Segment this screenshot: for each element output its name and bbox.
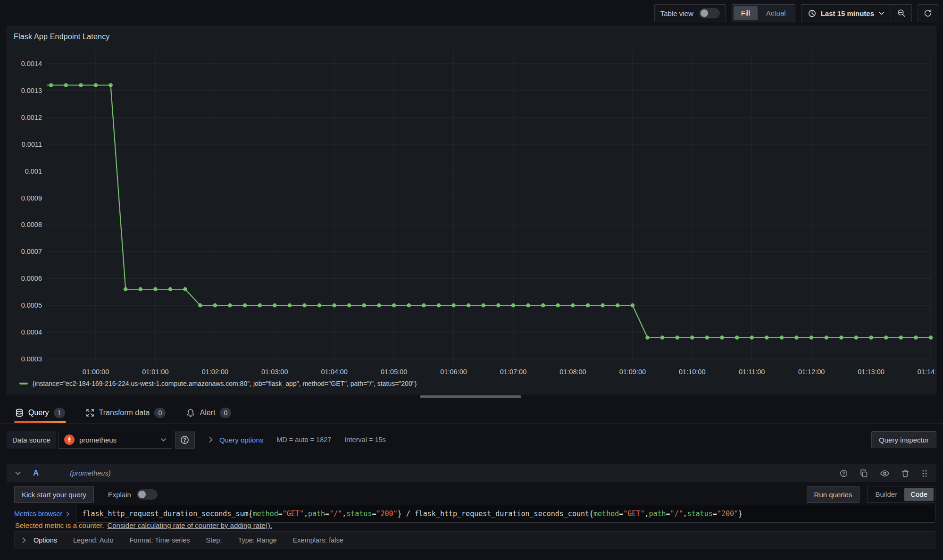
chevron-down-icon: [879, 12, 884, 15]
duplicate-query-button[interactable]: [860, 469, 868, 477]
tab-transform-data[interactable]: Transform data 0: [85, 403, 167, 423]
eye-icon: [880, 470, 889, 477]
fill-actual-switch: Fill Actual: [732, 4, 795, 22]
disable-query-button[interactable]: [880, 470, 889, 477]
warning-rate-link[interactable]: Consider calculating rate of counter by …: [107, 521, 272, 529]
chevron-right-icon: [209, 437, 213, 443]
explain-toggle[interactable]: [137, 489, 158, 500]
interval-value: Interval = 15s: [344, 436, 385, 443]
svg-text:01:03:00: 01:03:00: [261, 368, 288, 376]
svg-text:01:04:00: 01:04:00: [321, 368, 347, 376]
svg-text:01:14:00: 01:14:00: [918, 368, 935, 376]
options-toggle[interactable]: Options: [22, 536, 57, 544]
tab-alert[interactable]: Alert 0: [185, 403, 232, 423]
options-label: Options: [33, 536, 57, 544]
database-icon: [15, 409, 24, 417]
legend-item[interactable]: {instance="ec2-184-169-216-224.us-west-1…: [19, 380, 417, 387]
magnifier-minus-icon: [897, 9, 906, 17]
tab-label: Alert: [200, 409, 215, 417]
latency-chart[interactable]: 0.00030.00040.00050.00060.00070.00080.00…: [16, 49, 935, 379]
svg-text:01:02:00: 01:02:00: [202, 368, 228, 376]
svg-text:01:08:00: 01:08:00: [559, 368, 586, 376]
svg-text:0.0006: 0.0006: [21, 275, 42, 282]
svg-text:01:01:00: 01:01:00: [142, 368, 168, 376]
trash-icon: [901, 469, 909, 477]
tab-query[interactable]: Query 1: [14, 403, 66, 423]
query-options-toggle[interactable]: Query options: [209, 436, 263, 444]
svg-text:0.0004: 0.0004: [21, 328, 42, 336]
chevron-right-icon: [66, 511, 69, 517]
copy-icon: [860, 469, 868, 477]
chevron-right-icon: [22, 537, 26, 543]
query-ref-id[interactable]: A: [33, 468, 39, 478]
svg-text:01:13:00: 01:13:00: [858, 368, 884, 376]
datasource-row: Data source prometheus Query options MD …: [7, 430, 936, 449]
query-collapse-chevron[interactable]: [15, 471, 21, 475]
tab-label: Query: [28, 409, 49, 417]
query-options-label: Query options: [219, 436, 263, 444]
svg-text:01:00:00: 01:00:00: [83, 368, 109, 376]
help-circle-icon: [180, 435, 189, 444]
warning-text: Selected metric is a counter.: [15, 521, 104, 529]
svg-text:0.001: 0.001: [25, 167, 42, 175]
scrollbar-handle[interactable]: [420, 395, 521, 398]
query-datasource-hint: (prometheus): [70, 469, 110, 477]
toggle-knob: [138, 491, 146, 498]
tab-count-badge: 0: [154, 408, 166, 418]
svg-text:01:06:00: 01:06:00: [440, 368, 467, 376]
svg-text:01:07:00: 01:07:00: [500, 368, 526, 376]
toggle-knob: [701, 9, 708, 17]
panel-toolbar: Table view Fill Actual Last 15 minutes: [654, 4, 938, 23]
chevron-down-icon: [161, 438, 166, 442]
fill-button[interactable]: Fill: [734, 6, 758, 20]
refresh-icon: [924, 9, 932, 17]
query-toolbar-row: Kick start your query Explain Run querie…: [14, 486, 935, 503]
transform-icon: [86, 409, 94, 417]
drag-query-handle[interactable]: [921, 469, 928, 477]
legend-series-dash: [19, 383, 28, 384]
query-options-collapsed[interactable]: Options Legend: Auto Format: Time series…: [14, 531, 935, 549]
option-step: Step:: [206, 536, 222, 544]
svg-text:0.0003: 0.0003: [21, 355, 42, 363]
zoom-out-button[interactable]: [891, 5, 911, 22]
svg-text:0.0009: 0.0009: [21, 194, 42, 202]
query-row-header[interactable]: A (prometheus): [7, 464, 936, 482]
tab-count-badge: 0: [220, 408, 231, 418]
svg-text:0.0011: 0.0011: [22, 141, 42, 148]
code-button[interactable]: Code: [904, 488, 934, 501]
kick-start-button[interactable]: Kick start your query: [14, 486, 94, 503]
max-data-points-value: MD = auto = 1827: [276, 436, 331, 443]
option-legend: Legend: Auto: [73, 536, 113, 544]
chevron-down-icon: [15, 471, 21, 475]
builder-button[interactable]: Builder: [869, 488, 903, 501]
table-view-toggle[interactable]: [699, 8, 720, 18]
query-help-button[interactable]: [840, 469, 848, 477]
svg-text:01:11:00: 01:11:00: [739, 368, 765, 376]
time-range-picker[interactable]: Last 15 minutes: [801, 5, 891, 22]
option-exemplars: Exemplars: false: [293, 536, 343, 544]
drag-handle-icon: [921, 469, 928, 477]
remove-query-button[interactable]: [901, 469, 909, 477]
svg-text:01:05:00: 01:05:00: [381, 368, 407, 376]
edit-pane-tabs: Query 1 Transform data 0 Alert 0: [14, 403, 232, 423]
datasource-select[interactable]: prometheus: [58, 431, 172, 449]
metrics-browser-button[interactable]: Metrics browser: [14, 510, 76, 518]
run-queries-button[interactable]: Run queries: [807, 486, 860, 503]
builder-code-switch: Builder Code: [867, 486, 935, 503]
prometheus-icon: [64, 435, 75, 445]
svg-text:01:12:00: 01:12:00: [798, 368, 825, 376]
svg-text:01:10:00: 01:10:00: [679, 368, 705, 376]
actual-button[interactable]: Actual: [759, 6, 793, 20]
svg-text:0.0007: 0.0007: [21, 248, 42, 255]
query-inspector-button[interactable]: Query inspector: [871, 431, 936, 448]
datasource-help-button[interactable]: [175, 431, 195, 449]
refresh-button[interactable]: [918, 4, 938, 22]
query-row-actions: [840, 469, 928, 477]
option-format: Format: Time series: [129, 536, 190, 544]
svg-text:0.0014: 0.0014: [21, 60, 42, 67]
panel-title: Flask App Endpoint Latency: [14, 33, 110, 41]
option-type: Type: Range: [238, 536, 276, 544]
explain-label: Explain: [108, 491, 131, 499]
svg-text:0.0012: 0.0012: [21, 114, 42, 121]
table-view-control: Table view: [654, 4, 726, 22]
